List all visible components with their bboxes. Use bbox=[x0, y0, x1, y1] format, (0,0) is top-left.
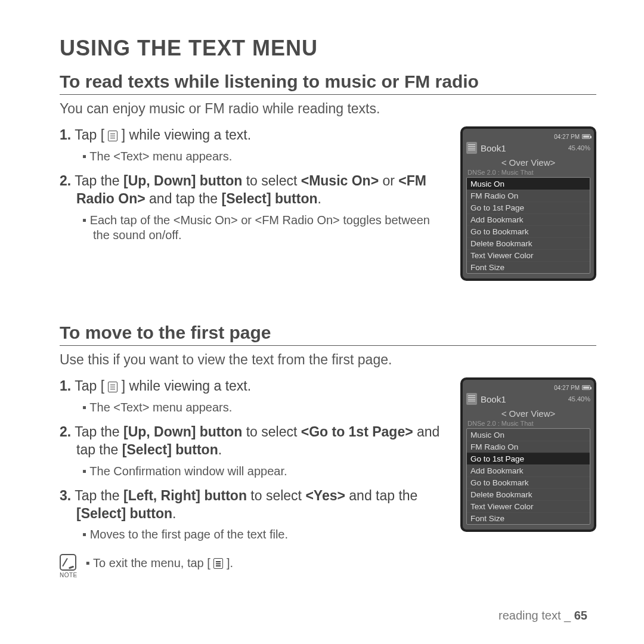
section2-step1-bullet: The <Text> menu appears. bbox=[60, 400, 446, 415]
device-book-title: Book1 bbox=[481, 143, 565, 153]
text: . bbox=[318, 191, 321, 206]
device-menu-item: FM Radio On bbox=[467, 190, 590, 202]
document-icon bbox=[466, 393, 477, 405]
section2-step3-bullet: Moves to the first page of the text file… bbox=[60, 527, 446, 542]
text: ] while viewing a text. bbox=[122, 127, 251, 143]
text: ]. bbox=[227, 556, 233, 569]
device-time: 04:27 PM bbox=[554, 134, 580, 140]
device-menu-item: Font Size bbox=[467, 512, 590, 524]
text: Tap [ bbox=[75, 127, 104, 143]
text: . bbox=[218, 442, 222, 457]
note-icon-wrap: NOTE bbox=[60, 554, 78, 578]
device-statusbar: 04:27 PM bbox=[466, 132, 590, 141]
section2-heading: To move to the first page bbox=[60, 323, 596, 346]
menu-icon bbox=[108, 382, 117, 392]
text: [Up, Down] button bbox=[123, 424, 242, 439]
device-menu-item: FM Radio On bbox=[467, 441, 590, 453]
text: ] while viewing a text. bbox=[122, 378, 251, 394]
section1-step2: 2. Tap the [Up, Down] button to select <… bbox=[60, 172, 446, 208]
device-menu-item: Music On bbox=[467, 429, 590, 441]
menu-icon bbox=[213, 558, 223, 569]
section2-content: 1. Tap [ ] while viewing a text. The <Te… bbox=[60, 377, 596, 550]
text: Tap [ bbox=[75, 378, 104, 394]
text: [Up, Down] button bbox=[123, 173, 242, 188]
device-menu-item: Delete Bookmark bbox=[467, 488, 590, 500]
device-overview: < Over View> bbox=[466, 407, 590, 420]
text: and tap the bbox=[145, 191, 222, 206]
device-menu-item: Add Bookmark bbox=[467, 465, 590, 476]
text: <Yes> bbox=[305, 488, 345, 503]
text: to select bbox=[242, 424, 301, 439]
text: Tap the bbox=[75, 424, 123, 439]
device-menu-item: Go to 1st Page bbox=[467, 453, 590, 465]
battery-icon bbox=[582, 134, 590, 139]
document-icon bbox=[466, 142, 477, 154]
device-book-title: Book1 bbox=[481, 394, 565, 404]
text: <Music On> bbox=[301, 173, 379, 188]
menu-icon bbox=[108, 131, 117, 141]
section2-intro: Use this if you want to view the text fr… bbox=[60, 352, 596, 368]
device-menu-item: Go to Bookmark bbox=[467, 476, 590, 488]
battery-icon bbox=[582, 385, 590, 390]
text: [Select] button bbox=[76, 506, 172, 521]
text: Tap the bbox=[75, 488, 123, 503]
section2-step3: 3. Tap the [Left, Right] button to selec… bbox=[60, 487, 446, 523]
page-number: 65 bbox=[574, 609, 587, 622]
device-menu-item: Font Size bbox=[467, 261, 590, 273]
device-faded-text: DNSe 2.0 : Music That bbox=[466, 169, 590, 177]
section1-heading: To read texts while listening to music o… bbox=[60, 72, 596, 95]
section1-step1: 1. Tap [ ] while viewing a text. bbox=[60, 126, 446, 144]
text: and tap the bbox=[345, 488, 418, 503]
text: . bbox=[172, 506, 176, 521]
text: to select bbox=[247, 488, 305, 503]
device-menu-item: Go to Bookmark bbox=[467, 225, 590, 237]
note-label: NOTE bbox=[60, 572, 78, 578]
page-footer: reading text _ 65 bbox=[499, 609, 587, 623]
note-text: To exit the menu, tap [ ]. bbox=[86, 554, 233, 570]
device-time: 04:27 PM bbox=[554, 385, 580, 391]
device-screenshot-2: 04:27 PM Book1 45.40% < Over View> DNSe … bbox=[460, 377, 596, 532]
device-titlebar: Book1 45.40% bbox=[466, 392, 590, 407]
text: To exit the menu, tap [ bbox=[93, 556, 210, 569]
device-menu: Music OnFM Radio OnGo to 1st PageAdd Boo… bbox=[466, 428, 590, 525]
note-row: NOTE To exit the menu, tap [ ]. bbox=[60, 554, 596, 578]
section1-step2-bullet: Each tap of the <Music On> or <FM Radio … bbox=[60, 213, 446, 243]
device-percent: 45.40% bbox=[568, 144, 590, 151]
section2-step1: 1. Tap [ ] while viewing a text. bbox=[60, 377, 446, 395]
section1-content: 1. Tap [ ] while viewing a text. The <Te… bbox=[60, 126, 596, 281]
page-title: USING THE TEXT MENU bbox=[60, 36, 596, 61]
text: [Select] button bbox=[222, 191, 318, 206]
device-screenshot-1: 04:27 PM Book1 45.40% < Over View> DNSe … bbox=[460, 126, 596, 281]
device-overview: < Over View> bbox=[466, 156, 590, 169]
device-statusbar: 04:27 PM bbox=[466, 383, 590, 392]
text: or bbox=[379, 173, 398, 188]
text: [Select] button bbox=[122, 442, 218, 457]
text: [Left, Right] button bbox=[123, 488, 247, 503]
device-menu-item: Music On bbox=[467, 178, 590, 190]
footer-label: reading text _ bbox=[499, 609, 574, 622]
section1-intro: You can enjoy music or FM radio while re… bbox=[60, 101, 596, 117]
device-menu-item: Text Viewer Color bbox=[467, 249, 590, 261]
section1-steps: 1. Tap [ ] while viewing a text. The <Te… bbox=[60, 126, 446, 251]
text: to select bbox=[242, 173, 301, 188]
section2-step2-bullet: The Confirmation window will appear. bbox=[60, 464, 446, 479]
device-titlebar: Book1 45.40% bbox=[466, 141, 590, 156]
device-menu-item: Add Bookmark bbox=[467, 213, 590, 225]
section2-steps: 1. Tap [ ] while viewing a text. The <Te… bbox=[60, 377, 446, 550]
note-icon bbox=[60, 554, 76, 571]
device-menu-item: Go to 1st Page bbox=[467, 202, 590, 213]
section2-step2: 2. Tap the [Up, Down] button to select <… bbox=[60, 423, 446, 459]
device-percent: 45.40% bbox=[568, 395, 590, 402]
device-faded-text: DNSe 2.0 : Music That bbox=[466, 420, 590, 428]
text: <Go to 1st Page> bbox=[301, 424, 413, 439]
device-menu-item: Text Viewer Color bbox=[467, 500, 590, 512]
section1-step1-bullet: The <Text> menu appears. bbox=[60, 149, 446, 164]
device-menu: Music OnFM Radio OnGo to 1st PageAdd Boo… bbox=[466, 177, 590, 274]
text: Tap the bbox=[75, 173, 123, 188]
device-menu-item: Delete Bookmark bbox=[467, 237, 590, 249]
